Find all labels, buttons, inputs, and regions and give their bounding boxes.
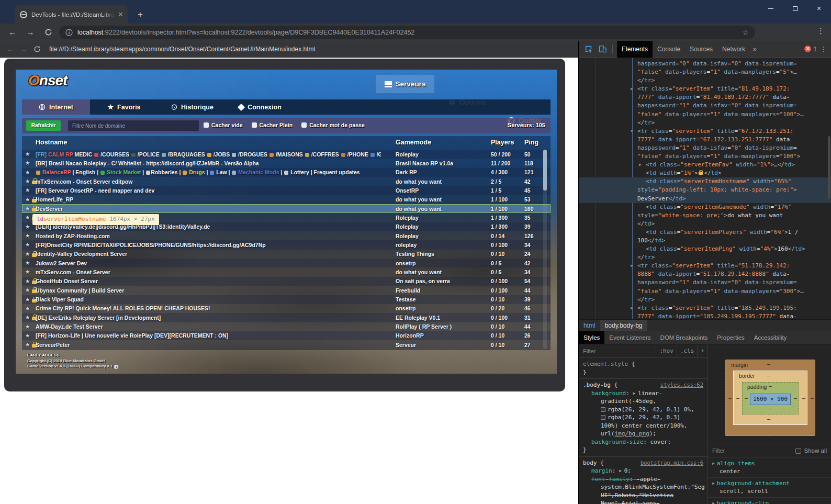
color-swatch-icon[interactable] <box>601 415 605 420</box>
tab-styles[interactable]: Styles <box>579 331 604 344</box>
server-row[interactable]: ★[FR] Horizon-Life | Une nouvelle vie Ro… <box>22 331 551 340</box>
favorite-star-icon[interactable]: ★ <box>25 223 30 230</box>
tab-connexion[interactable]: Connexion <box>226 99 294 115</box>
code-line[interactable]: style="padding-left: 10px; white-space: … <box>637 186 831 194</box>
favorite-star-icon[interactable]: ★ <box>25 214 30 220</box>
devtools-menu-icon[interactable]: ⋮ <box>820 45 827 53</box>
code-line[interactable]: haspassword="1" data-isfav="0" data-ispr… <box>637 278 831 287</box>
code-line[interactable]: haspassword="0" data-isfav="0" data-ispr… <box>637 60 831 68</box>
devtools-tab-network[interactable]: Network <box>717 41 750 58</box>
back-icon[interactable]: ← <box>6 26 19 39</box>
favorite-star-icon[interactable]: ★ <box>25 268 30 275</box>
server-row[interactable]: ★[FR] CALM RP MEDIC /COURSES /POLICE /BR… <box>22 150 551 159</box>
favorite-star-icon[interactable]: ★ <box>25 260 30 266</box>
inspect-element-icon[interactable] <box>584 44 593 53</box>
server-row[interactable]: ★mTxServ.com - Onset Server editpowdo wh… <box>22 177 551 186</box>
close-button[interactable]: × <box>807 0 831 17</box>
tab-internet[interactable]: Internet <box>22 99 90 115</box>
code-line[interactable]: </tr> <box>637 76 831 85</box>
table-scrollbar[interactable] <box>543 150 547 349</box>
breadcrumb-body[interactable]: body.body-bg <box>600 320 647 331</box>
page-info-icon[interactable] <box>65 29 73 36</box>
column-players[interactable]: Players <box>491 139 514 146</box>
code-line[interactable]: </tr> <box>637 296 831 304</box>
tab-historique[interactable]: Historique <box>158 99 226 115</box>
favorite-star-icon[interactable]: ★ <box>25 169 30 175</box>
favorite-star-icon[interactable]: ★ <box>25 178 30 184</box>
css-declaration[interactable]: background: ▶ linear- <box>583 389 703 398</box>
computed-property[interactable]: ▶background-attachmentscroll, scroll <box>708 478 831 498</box>
css-declaration[interactable]: rgba(26, 29, 42, 0.1) 0%, <box>583 406 703 414</box>
code-line[interactable]: DevServer</td> <box>637 195 831 203</box>
css-declaration[interactable]: UI",Roboto,"Helvetica <box>583 491 703 500</box>
reload-icon[interactable] <box>42 26 54 39</box>
tab-event-listeners[interactable]: Event Listeners <box>604 331 655 344</box>
favorite-star-icon[interactable]: ★ <box>25 232 30 239</box>
server-row[interactable]: ★GhostHub Onset ServerOn sait pas, on ve… <box>22 277 551 286</box>
breadcrumb-html[interactable]: html <box>579 320 600 331</box>
tab-accessibility[interactable]: Accessibility <box>749 331 792 344</box>
code-line[interactable]: style="white-space: pre;">do what you wa… <box>637 211 831 220</box>
scrollbar-thumb[interactable] <box>543 150 547 191</box>
css-declaration[interactable]: font-family: -apple- <box>583 475 703 484</box>
info-icon[interactable]: i <box>114 365 118 369</box>
devtools-tab-sources[interactable]: Sources <box>685 41 717 58</box>
checkbox-cacher-plein[interactable]: Cacher Plein <box>252 122 293 128</box>
favorite-star-icon[interactable]: ★ <box>25 278 30 284</box>
class-toggle[interactable]: .cls <box>677 345 698 356</box>
forward-icon[interactable]: → <box>24 26 37 39</box>
refresh-button[interactable]: Rafraîchir <box>26 120 61 131</box>
code-line[interactable]: </tr> <box>637 119 831 127</box>
browser-menu-icon[interactable]: ⋮ <box>817 26 825 36</box>
favorite-star-icon[interactable]: ★ <box>25 196 30 203</box>
favorite-star-icon[interactable]: ★ <box>25 305 30 311</box>
computed-property[interactable]: ▶align-itemscenter <box>708 458 831 478</box>
code-line[interactable]: haspassword="1" data-isfav="0" data-ispr… <box>637 144 831 152</box>
server-row[interactable]: ★Jukww2 Server Devonsetrp0 / 542 <box>22 259 551 267</box>
code-line[interactable]: 100</td> <box>637 237 831 245</box>
server-row[interactable]: ★[FR]OnsetCity RP/MEDIC/TAXI/POLICE/JOBS… <box>22 240 551 249</box>
code-line[interactable]: 8888" data-ipport="51.178.29.142:8888" d… <box>637 270 831 278</box>
code-line[interactable]: <td class="serverItemPlayers" width="6%"… <box>637 228 831 237</box>
code-line[interactable]: </tr> <box>637 253 831 262</box>
error-badge[interactable]: ✕ 1 <box>804 46 817 53</box>
devtools-tab-elements[interactable]: Elements <box>617 41 653 58</box>
hover-state-toggle[interactable]: :hov <box>656 345 677 356</box>
new-rule-button[interactable]: + <box>697 345 708 356</box>
favorite-star-icon[interactable]: ★ <box>25 332 30 339</box>
favorite-star-icon[interactable]: ★ <box>25 187 30 193</box>
elements-scrollbar[interactable] <box>828 136 830 199</box>
inspected-page-url[interactable]: file:///D:/SteamLibrary/steamapps/common… <box>49 46 315 53</box>
server-row[interactable]: ★HomerLife_RPdo what you want1 / 10053 <box>22 195 551 204</box>
favorite-star-icon[interactable]: ★ <box>25 251 30 257</box>
column-hostname[interactable]: Hostname <box>36 139 67 146</box>
code-line[interactable]: 7777" data-ipport="81.49.189.172:7777" d… <box>637 93 831 102</box>
code-line[interactable]: <td class="serverItemHostname" width="65… <box>637 177 831 186</box>
server-row[interactable]: ★[BR] Brasil Nacao Roleplay - C/ Whiteli… <box>22 159 551 167</box>
tab-favoris[interactable]: ★ Favoris <box>90 99 158 115</box>
style-rule[interactable]: styles.css:62.body-bg {background: ▶ lin… <box>579 379 708 457</box>
new-tab-button[interactable]: + <box>134 9 147 21</box>
code-line[interactable]: </td> <box>637 220 831 228</box>
column-gamemode[interactable]: Gamemode <box>396 139 431 146</box>
code-line[interactable]: ▶<tr class="serverItem" title="51.178.29… <box>637 262 831 270</box>
server-row[interactable]: ★[FR] Serveur OnsetRP - need mapper and … <box>22 186 551 195</box>
code-line[interactable]: 7777" data-ipport="185.249.199.195:7777"… <box>637 312 831 319</box>
url-bar[interactable]: localhost:9222/devtools/inspector.html?w… <box>59 26 755 39</box>
code-line[interactable]: 7777" data-ipport="67.172.133.251:7777" … <box>637 136 831 144</box>
favorite-star-icon[interactable]: ★ <box>25 241 30 248</box>
code-line[interactable]: haspassword="1" data-isfav="0" data-ispr… <box>637 102 831 110</box>
color-swatch-icon[interactable] <box>601 407 605 412</box>
code-line[interactable]: ▶<tr class="serverItem" title="81.49.189… <box>637 85 831 93</box>
cast-forward-icon[interactable]: → <box>20 45 27 53</box>
device-toolbar-icon[interactable] <box>598 44 607 53</box>
code-line[interactable]: "false" data-players="1" data-maxplayers… <box>637 287 831 296</box>
bookmark-star-icon[interactable]: ☆ <box>742 28 749 37</box>
code-line[interactable]: "false" data-players="1" data-maxplayers… <box>637 110 831 119</box>
css-declaration[interactable]: gradient(-45deg, <box>583 397 703 406</box>
code-line[interactable]: <td class="serverItemPing" width="4%">16… <box>637 245 831 253</box>
code-line[interactable]: "false" data-players="1" data-maxplayers… <box>637 68 831 76</box>
column-ping[interactable]: Ping <box>524 139 538 146</box>
server-row[interactable]: ★Crime City RP! Quick Money! ALL ROLES O… <box>22 304 551 313</box>
css-declaration[interactable]: url(img/bg.png); <box>583 430 703 438</box>
